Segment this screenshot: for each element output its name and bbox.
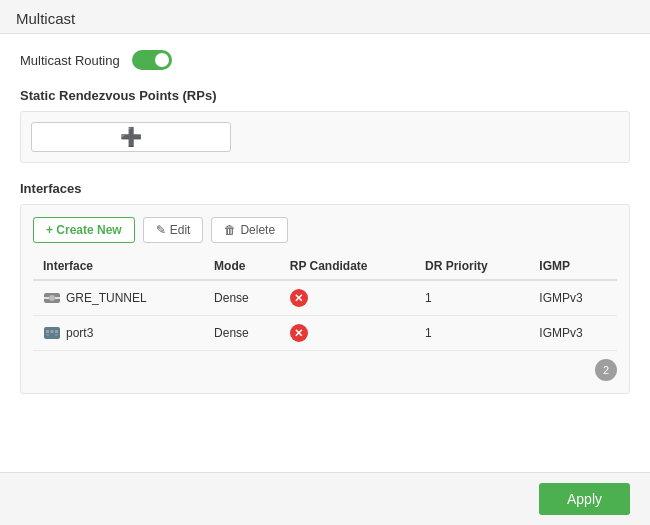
apply-button[interactable]: Apply <box>539 483 630 515</box>
svg-rect-5 <box>46 330 49 333</box>
rp-candidate-no-icon: ✕ <box>290 324 308 342</box>
col-rp-candidate: RP Candidate <box>280 253 415 280</box>
interface-name: port3 <box>66 326 93 340</box>
delete-button[interactable]: 🗑 Delete <box>211 217 288 243</box>
apply-label: Apply <box>567 491 602 507</box>
create-new-button[interactable]: + Create New <box>33 217 135 243</box>
col-igmp: IGMP <box>529 253 617 280</box>
table-row[interactable]: port3Dense✕1IGMPv3 <box>33 316 617 351</box>
title-text: Multicast <box>16 10 75 27</box>
pagination-area: 2 <box>33 359 617 381</box>
interfaces-title: Interfaces <box>20 181 630 196</box>
rp-add-button[interactable]: ➕ <box>31 122 231 152</box>
interfaces-section: + Create New ✎ Edit 🗑 Delete Interface M… <box>20 204 630 394</box>
cell-interface: port3 <box>33 316 204 351</box>
create-new-label: + Create New <box>46 223 122 237</box>
delete-label: Delete <box>240 223 275 237</box>
cell-dr-priority: 1 <box>415 316 529 351</box>
page-container: Multicast Multicast Routing Static Rende… <box>0 0 650 525</box>
static-rps-title: Static Rendezvous Points (RPs) <box>20 88 630 103</box>
edit-icon: ✎ <box>156 223 166 237</box>
toggle-knob <box>155 53 169 67</box>
svg-point-1 <box>49 295 55 301</box>
cell-dr-priority: 1 <box>415 280 529 316</box>
multicast-routing-row: Multicast Routing <box>20 50 630 70</box>
page-title: Multicast <box>0 0 650 34</box>
cell-rp-candidate: ✕ <box>280 316 415 351</box>
multicast-routing-label: Multicast Routing <box>20 53 120 68</box>
cell-rp-candidate: ✕ <box>280 280 415 316</box>
content-area: Multicast Routing Static Rendezvous Poin… <box>0 34 650 472</box>
rp-add-icon: ➕ <box>120 126 142 148</box>
svg-rect-8 <box>46 334 49 336</box>
tunnel-icon <box>43 289 61 307</box>
static-rps-section: ➕ <box>20 111 630 163</box>
cell-interface: GRE_TUNNEL <box>33 280 204 316</box>
edit-label: Edit <box>170 223 191 237</box>
port-icon <box>43 324 61 342</box>
interfaces-table: Interface Mode RP Candidate DR Priority … <box>33 253 617 351</box>
svg-rect-9 <box>55 334 58 336</box>
col-mode: Mode <box>204 253 280 280</box>
svg-rect-6 <box>51 330 54 333</box>
trash-icon: 🗑 <box>224 223 236 237</box>
rp-candidate-no-icon: ✕ <box>290 289 308 307</box>
col-interface: Interface <box>33 253 204 280</box>
cell-igmp: IGMPv3 <box>529 316 617 351</box>
footer: Apply <box>0 472 650 525</box>
edit-button[interactable]: ✎ Edit <box>143 217 204 243</box>
interfaces-toolbar: + Create New ✎ Edit 🗑 Delete <box>33 217 617 243</box>
multicast-routing-toggle[interactable] <box>132 50 172 70</box>
col-dr-priority: DR Priority <box>415 253 529 280</box>
table-row[interactable]: GRE_TUNNELDense✕1IGMPv3 <box>33 280 617 316</box>
total-count-badge: 2 <box>595 359 617 381</box>
interface-name: GRE_TUNNEL <box>66 291 147 305</box>
cell-mode: Dense <box>204 280 280 316</box>
cell-mode: Dense <box>204 316 280 351</box>
svg-rect-7 <box>55 330 58 333</box>
cell-igmp: IGMPv3 <box>529 280 617 316</box>
table-header-row: Interface Mode RP Candidate DR Priority … <box>33 253 617 280</box>
